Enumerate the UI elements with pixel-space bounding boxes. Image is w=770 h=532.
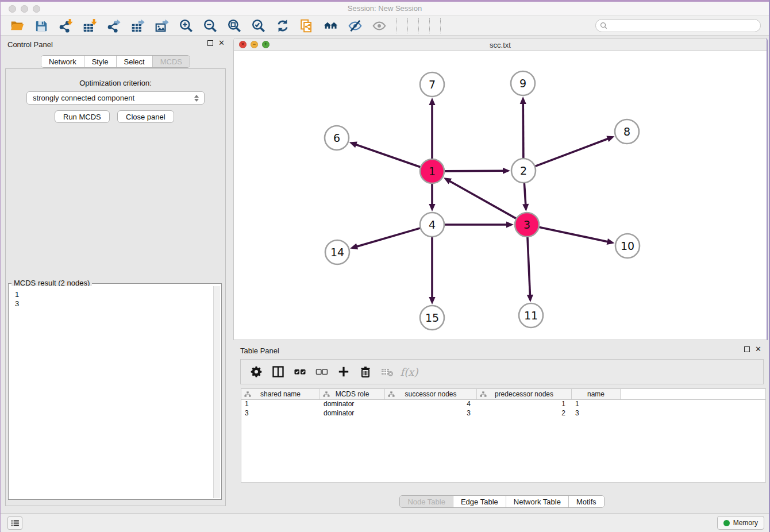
export-network-icon [106,18,121,33]
network-window-titlebar[interactable]: ✕ − + scc.txt [234,38,767,51]
zoom-out-button[interactable] [202,17,219,34]
edge-3-10[interactable] [539,227,609,242]
mcds-result-fieldset: MCDS result (2 nodes) 13 [8,283,222,500]
search-input[interactable] [610,21,760,30]
mcds-result-node: 3 [15,299,215,309]
import-network-button[interactable] [57,17,74,34]
node-label-3: 3 [523,218,530,231]
tab-node-table[interactable]: Node Table [400,496,453,507]
cell-predecessor-nodes[interactable]: 1 [477,400,572,409]
toolbar-separator [429,18,430,33]
close-panel-icon[interactable]: ✕ [218,40,225,46]
tab-edge-table[interactable]: Edge Table [453,496,506,507]
close-panel-button[interactable]: Close panel [117,110,174,123]
settings-icon [249,365,263,379]
edge-arrow-4-14 [350,244,358,250]
edge-1-6[interactable] [355,144,421,167]
cell-name[interactable]: 3 [572,409,621,418]
tab-motifs[interactable]: Motifs [568,496,604,507]
application-window: Session: New Session Control Panel ✕ Net… [0,0,770,532]
edge-arrow-1-2 [503,168,510,174]
result-scrollbar[interactable] [213,286,220,498]
column-header-predecessor-nodes[interactable]: predecessor nodes [477,389,572,399]
function-builder-button: f(x) [401,363,418,380]
list-icon [10,518,20,528]
close-table-panel-icon[interactable]: ✕ [755,346,761,352]
save-session-button[interactable] [33,17,50,34]
zoom-selected-button[interactable] [250,17,267,34]
memory-button[interactable]: Memory [717,516,764,530]
table-row-2[interactable]: 3dominator323 [241,409,765,418]
import-table-button[interactable] [81,17,98,34]
export-network-button[interactable] [105,17,122,34]
zoom-out-icon [203,18,218,33]
edge-3-1[interactable] [449,181,517,219]
task-history-button[interactable] [7,516,22,530]
save-session-icon [34,18,49,33]
run-mcds-button[interactable]: Run MCDS [55,110,110,123]
table-panel-title: Table Panel [240,346,279,355]
toolbar-separator [418,18,419,33]
edge-arrow-1-6 [349,142,357,148]
node-label-7: 7 [429,78,436,91]
network-window-title: scc.txt [234,41,767,49]
settings-button[interactable] [248,363,265,380]
table-row-1[interactable]: 1dominator411 [241,400,765,409]
open-session-button[interactable] [9,17,26,34]
add-row-button[interactable] [335,363,352,380]
hide-all-panels-button[interactable] [346,17,364,34]
cell-successor-nodes[interactable]: 3 [385,409,477,418]
tab-style[interactable]: Style [84,56,116,67]
network-from-document-icon [299,18,314,33]
float-panel-icon[interactable] [207,40,213,46]
edge-1-2[interactable] [444,171,504,171]
search-box[interactable] [595,19,761,32]
edge-4-14[interactable] [356,228,421,247]
cell-name[interactable]: 1 [572,400,621,409]
tab-network[interactable]: Network [41,56,84,67]
window-accent-strip [1,0,769,2]
tab-select[interactable]: Select [116,56,152,67]
network-from-document-button[interactable] [298,17,315,34]
cell-shared-name[interactable]: 1 [241,400,320,409]
column-header-successor-nodes[interactable]: successor nodes [385,389,477,399]
export-image-button[interactable] [153,17,171,34]
edge-2-9[interactable] [523,103,523,159]
select-all-checkbox-button[interactable] [291,363,309,380]
cell-MCDS-role[interactable]: dominator [320,409,385,418]
edge-2-3[interactable] [524,183,525,205]
delete-row-icon [359,365,372,379]
export-table-button[interactable] [129,17,147,34]
zoom-fit-button[interactable] [226,17,243,34]
tab-network-table[interactable]: Network Table [506,496,568,507]
delete-row-button[interactable] [357,363,374,380]
deselect-all-checkbox-button[interactable] [313,363,330,380]
cell-successor-nodes[interactable]: 4 [385,400,477,409]
cell-shared-name[interactable]: 3 [241,409,320,418]
table-panel-header: Table Panel ✕ [233,342,770,359]
mcds-panel: Optimization criterion: strongly connect… [5,68,226,506]
control-panel: Control Panel ✕ NetworkStyleSelectMCDS O… [1,36,230,513]
edge-3-11[interactable] [528,237,530,296]
home-button[interactable] [322,17,340,34]
deselect-all-checkbox-icon [315,365,329,379]
network-canvas[interactable]: 7968124314101511 [234,51,767,340]
cell-predecessor-nodes[interactable]: 2 [477,409,572,418]
node-label-6: 6 [333,132,340,144]
export-table-icon [130,18,145,33]
mcds-result-node: 1 [15,290,215,299]
zoom-in-button[interactable] [178,17,195,34]
cell-MCDS-role[interactable]: dominator [320,400,385,409]
column-header-shared-name[interactable]: shared name [241,389,320,399]
mcds-result-list[interactable]: 13 [10,286,220,498]
float-table-panel-icon[interactable] [744,346,750,352]
delete-table-button [379,363,396,380]
edge-arrow-2-9 [520,97,526,104]
column-header-name[interactable]: name [572,389,621,399]
refresh-layout-button[interactable] [274,17,291,34]
column-header-MCDS-role[interactable]: MCDS role [320,389,385,399]
edge-2-8[interactable] [535,138,609,167]
optimization-criterion-dropdown[interactable]: strongly connected component [26,91,205,105]
split-columns-button[interactable] [270,363,287,380]
tab-mcds[interactable]: MCDS [152,56,190,67]
